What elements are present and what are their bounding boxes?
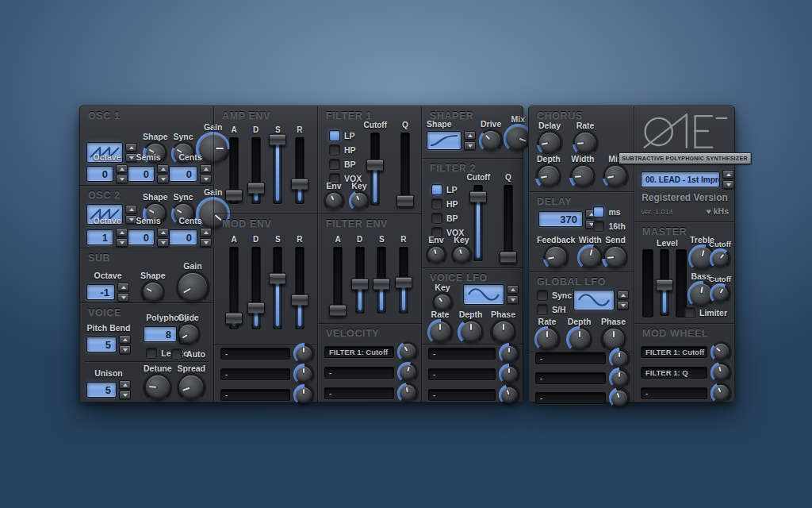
step-down-button[interactable] (722, 180, 734, 189)
mod-amount-knob[interactable] (296, 346, 312, 362)
step-up-button[interactable] (116, 228, 128, 237)
mod-slot[interactable]: - (428, 368, 496, 380)
delay-time-value[interactable]: 370 (538, 211, 583, 227)
legato-checkbox[interactable] (146, 348, 157, 359)
mod-wheel-slot[interactable]: FILTER 1: Cutoff (641, 346, 707, 358)
velocity-amount-knob[interactable] (400, 344, 416, 360)
mod-env-r-slider[interactable] (291, 247, 308, 329)
osc1-semis-stepper[interactable] (157, 164, 169, 183)
chorus-rate-knob[interactable] (575, 133, 596, 153)
mod-amount-knob[interactable] (501, 367, 517, 383)
filter1-cutoff-slider[interactable] (366, 133, 384, 206)
step-down-button[interactable] (464, 141, 476, 150)
sub-shape-knob[interactable] (144, 283, 163, 302)
step-down-button[interactable] (200, 238, 212, 247)
filter1-mode-bp-radio[interactable] (329, 159, 340, 170)
mod-amount-knob[interactable] (501, 387, 517, 403)
shaper-mix-knob[interactable] (506, 126, 530, 150)
unison-stepper[interactable] (119, 380, 131, 399)
step-up-button[interactable] (464, 131, 476, 140)
mod-amount-knob[interactable] (611, 351, 627, 367)
amp-env-s-slider[interactable] (269, 137, 286, 204)
filter-env-d-slider[interactable] (351, 247, 369, 314)
step-up-button[interactable] (722, 170, 734, 179)
velocity-amount-knob[interactable] (400, 364, 416, 380)
mod-amount-knob[interactable] (713, 344, 729, 360)
mod-env-a-slider[interactable] (225, 247, 243, 329)
mod-amount-knob[interactable] (296, 367, 312, 383)
mod-amount-knob[interactable] (296, 387, 312, 403)
delay-feedback-knob[interactable] (546, 247, 566, 267)
chorus-mix-knob[interactable] (605, 166, 626, 187)
mod-amount-knob[interactable] (713, 364, 729, 380)
glide-knob[interactable] (179, 325, 198, 344)
shaper-curve-stepper[interactable] (464, 131, 476, 150)
limiter-checkbox[interactable] (684, 307, 695, 318)
filter-env-r-slider[interactable] (395, 247, 412, 314)
mod-amount-knob[interactable] (611, 371, 627, 387)
mod-env-d-slider[interactable] (247, 247, 265, 329)
osc2-octave-stepper[interactable] (116, 228, 128, 247)
sub-octave-value[interactable]: -1 (86, 284, 115, 300)
mod-slot[interactable]: - (535, 372, 606, 384)
mod-env-s-slider[interactable] (269, 247, 286, 329)
mod-slot[interactable]: - (535, 352, 606, 364)
filter-env-s-slider[interactable] (373, 247, 390, 314)
filter1-env-knob[interactable] (326, 193, 342, 209)
filter2-env-knob[interactable] (428, 247, 444, 263)
khs-brand-link[interactable]: ♥ kHs (707, 206, 729, 216)
filter-env-a-slider[interactable] (329, 247, 347, 314)
osc1-cents-value[interactable]: 0 (169, 166, 197, 182)
osc2-semis-value[interactable]: 0 (128, 229, 155, 245)
chorus-depth-knob[interactable] (538, 166, 559, 187)
velocity-slot[interactable]: - (324, 387, 394, 399)
global-lfo-sync-checkbox[interactable] (537, 290, 548, 301)
preset-stepper[interactable] (722, 170, 734, 189)
sub-octave-stepper[interactable] (117, 283, 129, 302)
glide-auto-checkbox[interactable] (171, 348, 182, 360)
velocity-amount-knob[interactable] (400, 385, 416, 401)
step-up-button[interactable] (125, 205, 137, 214)
step-down-button[interactable] (507, 295, 519, 304)
step-up-button[interactable] (200, 228, 212, 237)
osc2-octave-value[interactable]: 1 (86, 229, 113, 245)
chorus-width-knob[interactable] (573, 166, 593, 187)
mod-slot[interactable]: - (220, 348, 290, 360)
global-lfo-wave-display[interactable] (573, 290, 615, 310)
voice-lfo-wave-display[interactable] (463, 284, 504, 305)
step-down-button[interactable] (119, 391, 131, 399)
filter2-mode-lp-radio[interactable] (431, 184, 442, 195)
step-up-button[interactable] (157, 164, 169, 173)
pitch-bend-value[interactable]: 5 (86, 337, 117, 352)
detune-knob[interactable] (146, 375, 170, 399)
step-down-button[interactable] (157, 238, 169, 247)
global-lfo-wave-stepper[interactable] (617, 291, 629, 310)
step-up-button[interactable] (116, 164, 128, 173)
mod-wheel-slot[interactable]: - (641, 387, 707, 399)
mod-slot[interactable]: - (535, 392, 606, 404)
filter1-q-slider[interactable] (396, 133, 414, 206)
voice-lfo-wave-stepper[interactable] (507, 285, 519, 304)
filter2-q-slider[interactable] (500, 185, 517, 261)
filter1-mode-lp-radio[interactable] (329, 130, 340, 141)
velocity-slot[interactable]: - (324, 367, 394, 379)
mod-amount-knob[interactable] (501, 346, 517, 362)
filter1-mode-hp-radio[interactable] (329, 144, 340, 156)
unison-value[interactable]: 5 (86, 382, 117, 398)
filter2-cutoff-slider[interactable] (469, 185, 487, 261)
mod-slot[interactable]: - (428, 389, 496, 401)
step-up-button[interactable] (119, 380, 131, 389)
step-up-button[interactable] (117, 283, 129, 291)
mod-slot[interactable]: - (220, 368, 290, 380)
master-treble-cutoff-knob[interactable] (712, 251, 728, 267)
mod-amount-knob[interactable] (713, 385, 729, 401)
chorus-delay-knob[interactable] (539, 133, 560, 153)
global-lfo-depth-knob[interactable] (569, 329, 590, 349)
osc2-semis-stepper[interactable] (157, 228, 169, 247)
osc1-octave-value[interactable]: 0 (86, 166, 113, 182)
amp-env-d-slider[interactable] (247, 137, 265, 204)
delay-width-knob[interactable] (580, 247, 600, 267)
mod-slot[interactable]: - (428, 348, 496, 360)
delay-send-knob[interactable] (605, 247, 626, 267)
filter2-mode-hp-radio[interactable] (431, 198, 442, 210)
